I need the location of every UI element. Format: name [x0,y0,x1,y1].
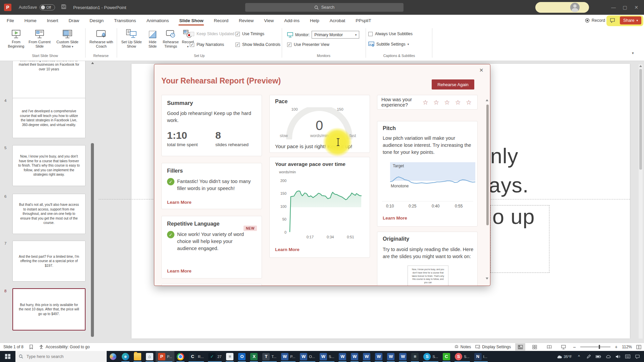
taskbar-app-notepad[interactable]: ≡ [224,351,236,362]
taskbar-app-todo-check[interactable]: ✓27 [206,351,224,362]
taskbar-app-word-2[interactable]: WO... [298,351,317,362]
record-button[interactable]: Record [585,18,605,23]
show-hidden-icons[interactable]: ^ [576,354,582,359]
taskbar-app-calculator[interactable]: ⌗ [409,351,421,362]
star-rating[interactable]: ☆ ☆ ☆ ☆ ☆ [423,99,473,106]
dialog-scroll-down-icon[interactable] [486,278,488,280]
taskbar-app-outlook[interactable]: O [236,351,248,362]
keyboard-icon[interactable] [625,355,630,358]
keep-slides-updated-checkbox[interactable]: Keep Slides Updated [190,32,234,36]
use-timings-checkbox[interactable]: Use Timings [235,32,264,36]
show-media-controls-checkbox[interactable]: Show Media Controls [235,42,280,47]
fit-slide-icon[interactable] [636,345,641,349]
zoom-in-button[interactable]: + [615,344,618,350]
zoom-slider[interactable] [580,347,610,347]
tab-file[interactable]: File [6,16,15,25]
fillers-learn-more-link[interactable]: Learn More [167,200,192,205]
close-icon[interactable]: × [477,66,486,74]
cortana-icon[interactable] [107,351,119,362]
taskbar-app-skype[interactable]: SS... [421,351,440,362]
taskbar-app-word-8[interactable]: W [385,351,397,362]
close-window-button[interactable]: ✕ [631,5,642,10]
zoom-level[interactable]: 112% [622,345,632,349]
slide-thumbnail-5[interactable]: Now, I know you're busy, and you don't h… [12,145,86,186]
slide-sorter-view-button[interactable] [530,343,540,351]
text-placeholder-outline[interactable] [490,205,549,273]
panel-scrollbar[interactable] [91,143,94,337]
taskbar-app-edge[interactable]: e [119,351,131,362]
start-button[interactable] [0,351,15,362]
canvas-scroll-thumb[interactable] [639,69,642,170]
weather-widget[interactable]: 35°F [556,355,572,359]
tab-view[interactable]: View [263,16,274,25]
slide-show-view-button[interactable] [558,343,569,351]
taskbar-app-word-7[interactable]: W [373,351,385,362]
taskbar-app-store[interactable]: ⌂ [144,351,156,362]
monitor-dropdown[interactable]: Primary Monitor▾ [312,31,359,39]
taskbar-app-word-3[interactable]: WS... [317,351,337,362]
from-current-slide-button[interactable]: From Current Slide [28,28,52,49]
taskbar-app-file-explorer[interactable] [131,351,144,362]
minimize-button[interactable]: — [608,5,619,10]
tab-transitions[interactable]: Transitions [113,16,137,25]
share-button[interactable]: Share▾ [620,16,641,24]
taskbar-app-word-1[interactable]: WP... [279,351,298,362]
dialog-scroll-up-icon[interactable] [486,99,488,101]
use-presenter-view-checkbox[interactable]: Use Presenter View [287,42,329,47]
spellcheck-icon[interactable] [29,345,34,349]
scroll-up-icon[interactable] [639,65,642,67]
zoom-out-button[interactable]: − [573,344,576,350]
tab-design[interactable]: Design [89,16,104,25]
slide-thumbnail-7[interactable]: And the best part? For a limited time, I… [12,241,86,282]
reading-view-button[interactable] [544,343,554,351]
tab-slide-show[interactable]: Slide Show [178,16,204,25]
accessibility-status[interactable]: Accessibility: Good to go [39,345,90,349]
maximize-button[interactable]: ▢ [619,5,631,10]
avatar[interactable] [570,3,580,12]
save-icon[interactable] [61,4,66,11]
taskbar-search[interactable] [15,351,107,362]
autosave-toggle[interactable]: Off [40,4,55,10]
search-box[interactable]: Search [245,3,404,12]
rehearse-timings-button[interactable]: Rehearse Timings [162,28,180,49]
always-use-subtitles-checkbox[interactable]: Always Use Subtitles [368,32,413,36]
tab-help[interactable]: Help [309,16,320,25]
panel-scroll-up-icon[interactable] [91,62,94,64]
taskbar-app-snagit[interactable]: SS... [452,351,472,362]
comments-icon[interactable] [610,18,615,23]
action-center-icon[interactable] [635,355,640,359]
tab-home[interactable]: Home [24,16,37,25]
taskbar-app-camtasia[interactable]: C [440,351,452,362]
taskbar-app-word-4[interactable]: W [336,351,348,362]
onedrive-icon[interactable] [605,355,611,358]
rehearse-with-coach-button[interactable]: Rehearse with Coach [88,28,115,49]
collapse-ribbon-icon[interactable]: ▾ [632,51,634,55]
tab-add-ins[interactable]: Add-ins [283,16,300,25]
taskbar-search-input[interactable] [26,354,98,359]
taskbar-app-app-c[interactable]: CR... [186,351,206,362]
notes-button[interactable]: Notes [454,345,471,349]
tab-ppsplit[interactable]: PPspliT [355,16,372,25]
battery-icon[interactable] [596,355,601,358]
slide-thumbnail-3[interactable]: Well, I'm here to tell you that it can b… [12,61,86,101]
pitch-learn-more-link[interactable]: Learn More [383,216,407,221]
pen-icon[interactable] [586,354,591,359]
taskbar-app-app-n[interactable]: NI... [472,351,490,362]
set-up-slide-show-button[interactable]: Set Up Slide Show [119,28,144,49]
taskbar-app-powerpoint[interactable]: PP... [156,351,174,362]
tab-draw[interactable]: Draw [68,16,80,25]
tab-record[interactable]: Record [213,16,229,25]
taskbar-app-word-9[interactable]: W [397,351,409,362]
rehearse-again-button[interactable]: Rehearse Again [432,79,474,89]
display-settings-button[interactable]: Display Settings [475,345,511,349]
originality-slide-thumbnail[interactable]: Now, I know you're busy, and you don't h… [408,265,448,286]
speaker-icon[interactable] [615,355,621,359]
tab-acrobat[interactable]: Acrobat [329,16,346,25]
slide-thumbnail-6[interactable]: But that's not all, you'll also have acc… [12,194,86,234]
tab-animations[interactable]: Animations [146,16,170,25]
tab-insert[interactable]: Insert [46,16,59,25]
pace-chart-learn-more-link[interactable]: Learn More [275,247,300,252]
taskbar-app-chrome[interactable] [174,351,186,362]
taskbar-app-word-6[interactable]: W [361,351,373,362]
canvas-scrollbar[interactable] [639,64,643,339]
